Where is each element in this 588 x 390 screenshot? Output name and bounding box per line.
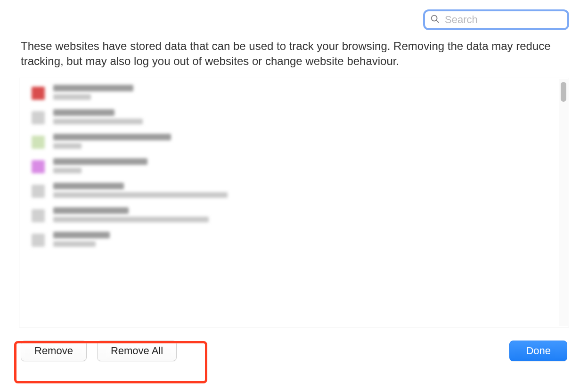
list-item[interactable] <box>19 131 557 155</box>
site-detail <box>53 217 209 222</box>
site-domain <box>53 207 129 214</box>
scrollbar-thumb[interactable] <box>561 82 566 102</box>
site-text <box>53 183 228 198</box>
site-domain <box>53 134 171 140</box>
list-item[interactable] <box>19 82 557 106</box>
site-domain <box>53 109 114 116</box>
website-list <box>19 78 569 327</box>
list-item[interactable] <box>19 180 557 204</box>
search-icon <box>430 14 440 26</box>
svg-line-1 <box>436 20 439 23</box>
scrollbar[interactable] <box>559 79 568 326</box>
search-field[interactable] <box>423 9 569 30</box>
remove-button[interactable]: Remove <box>21 341 87 361</box>
site-detail <box>53 241 96 247</box>
website-data-dialog: These websites have stored data that can… <box>0 0 588 390</box>
site-domain <box>53 158 147 165</box>
site-detail <box>53 143 82 149</box>
site-detail <box>53 94 91 100</box>
site-domain <box>53 183 124 189</box>
site-favicon <box>32 111 45 124</box>
list-item[interactable] <box>19 229 557 253</box>
site-domain <box>53 85 133 91</box>
site-detail <box>53 168 82 173</box>
site-text <box>53 85 133 100</box>
remove-all-button[interactable]: Remove All <box>97 341 177 361</box>
list-item[interactable] <box>19 106 557 131</box>
site-favicon <box>32 136 45 149</box>
list-item[interactable] <box>19 204 557 229</box>
site-text <box>53 134 171 149</box>
search-container <box>19 9 569 30</box>
site-detail <box>53 192 228 198</box>
site-text <box>53 207 209 222</box>
svg-point-0 <box>432 16 437 21</box>
website-list-inner <box>19 78 557 327</box>
site-favicon <box>32 185 45 198</box>
list-item[interactable] <box>19 155 557 180</box>
site-text <box>53 232 110 247</box>
site-text <box>53 158 147 173</box>
left-button-group: Remove Remove All <box>21 341 177 361</box>
description-text: These websites have stored data that can… <box>21 39 567 69</box>
site-favicon <box>32 209 45 222</box>
site-favicon <box>32 234 45 247</box>
site-detail <box>53 119 143 124</box>
site-text <box>53 109 143 124</box>
site-domain <box>53 232 110 238</box>
site-favicon <box>32 160 45 173</box>
site-favicon <box>32 87 45 100</box>
dialog-footer: Remove Remove All Done <box>19 341 569 361</box>
search-input[interactable] <box>444 13 575 26</box>
done-button[interactable]: Done <box>509 341 567 361</box>
